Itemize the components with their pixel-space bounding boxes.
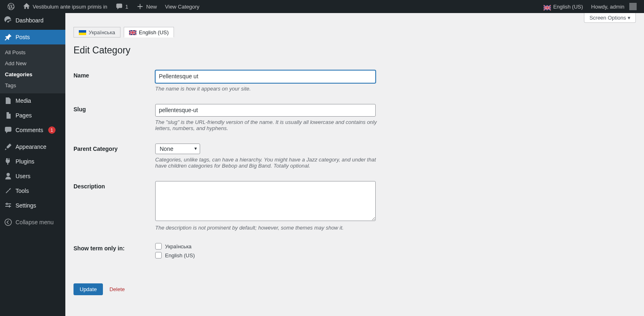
account-link[interactable]: Howdy, admin (587, 0, 641, 13)
sidebar-item-media[interactable]: Media (0, 93, 65, 108)
home-icon (23, 3, 30, 10)
howdy-text: Howdy, admin (591, 4, 624, 10)
sidebar-item-users[interactable]: Users (0, 169, 65, 183)
page-title: Edit Category (74, 45, 636, 56)
sidebar-item-pages[interactable]: Pages (0, 108, 65, 123)
sidebar-sub-categories[interactable]: Categories (0, 69, 65, 80)
parent-label: Parent Category (74, 137, 155, 175)
page-icon (4, 111, 12, 119)
language-tabs: Українська English (US) (74, 27, 636, 38)
edit-category-form: Name The name is how it appears on your … (74, 64, 636, 267)
chevron-down-icon: ▾ (628, 15, 631, 21)
checkbox-english[interactable] (155, 252, 162, 259)
sidebar-item-plugins[interactable]: Plugins (0, 154, 65, 169)
wp-logo[interactable] (3, 0, 19, 13)
sidebar-item-settings[interactable]: Settings (0, 198, 65, 213)
flag-uk-icon (544, 4, 551, 9)
comment-count: 1 (125, 4, 128, 10)
show-in-label: Show term only in: (74, 237, 155, 267)
svg-rect-2 (79, 30, 86, 33)
pin-icon (4, 33, 12, 41)
sidebar-item-dashboard[interactable]: Dashboard (0, 13, 65, 28)
sidebar-item-tools[interactable]: Tools (0, 183, 65, 198)
slug-input[interactable] (155, 104, 376, 117)
sidebar-collapse[interactable]: Collapse menu (0, 215, 65, 230)
comment-icon (116, 3, 123, 10)
brush-icon (4, 143, 12, 151)
admin-sidebar: Dashboard Posts All Posts Add New Catego… (0, 13, 65, 316)
sidebar-item-appearance[interactable]: Appearance (0, 139, 65, 154)
checkbox-ukrainian-label: Українська (165, 243, 192, 250)
name-desc: The name is how it appears on your site. (155, 86, 384, 92)
view-category-link[interactable]: View Category (161, 0, 203, 13)
parent-select[interactable]: None (155, 144, 200, 154)
sidebar-sub-tags[interactable]: Tags (0, 80, 65, 91)
sidebar-sub-all-posts[interactable]: All Posts (0, 47, 65, 58)
site-title: Vestibulum ante ipsum primis in (33, 4, 107, 10)
site-link[interactable]: Vestibulum ante ipsum primis in (19, 0, 111, 13)
adminbar-lang[interactable]: English (US) (539, 0, 587, 13)
comments-badge: 1 (48, 126, 56, 134)
sliders-icon (4, 201, 12, 210)
tab-ukrainian[interactable]: Українська (74, 27, 120, 38)
plus-icon (136, 3, 144, 10)
update-button[interactable]: Update (74, 283, 103, 295)
avatar-icon (629, 3, 637, 10)
sidebar-item-comments[interactable]: Comments 1 (0, 123, 65, 137)
sidebar-item-posts[interactable]: Posts (0, 30, 65, 44)
slug-label: Slug (74, 98, 155, 138)
flag-uk-icon (129, 30, 136, 35)
new-link[interactable]: New (132, 0, 161, 13)
dashboard-icon (4, 16, 12, 24)
comments-link[interactable]: 1 (111, 0, 132, 13)
parent-desc: Categories, unlike tags, can have a hier… (155, 157, 384, 169)
svg-rect-3 (79, 33, 86, 35)
wordpress-icon (7, 3, 15, 10)
checkbox-english-label: English (US) (165, 252, 195, 259)
comment-icon (4, 126, 12, 134)
tab-english[interactable]: English (US) (124, 27, 174, 38)
flag-ua-icon (79, 30, 86, 35)
delete-link[interactable]: Delete (109, 286, 125, 292)
sidebar-sub-add-new[interactable]: Add New (0, 58, 65, 69)
slug-desc: The "slug" is the URL-friendly version o… (155, 119, 384, 131)
svg-point-1 (5, 219, 11, 225)
media-icon (4, 97, 12, 105)
checkbox-ukrainian[interactable] (155, 243, 162, 250)
name-label: Name (74, 64, 155, 98)
description-label: Description (74, 175, 155, 237)
new-label: New (146, 4, 157, 10)
wrench-icon (4, 187, 12, 195)
name-input[interactable] (155, 70, 376, 83)
adminbar-lang-label: English (US) (553, 4, 583, 10)
main-content: Screen Options ▾ Українська English (US)… (65, 13, 644, 316)
adminbar: Vestibulum ante ipsum primis in 1 New Vi… (0, 0, 644, 13)
plug-icon (4, 157, 12, 166)
screen-options-button[interactable]: Screen Options ▾ (584, 13, 636, 23)
user-icon (4, 172, 12, 180)
sidebar-sub-posts: All Posts Add New Categories Tags (0, 44, 65, 93)
description-textarea[interactable] (155, 181, 376, 221)
collapse-icon (4, 218, 12, 226)
description-desc: The description is not prominent by defa… (155, 225, 384, 231)
